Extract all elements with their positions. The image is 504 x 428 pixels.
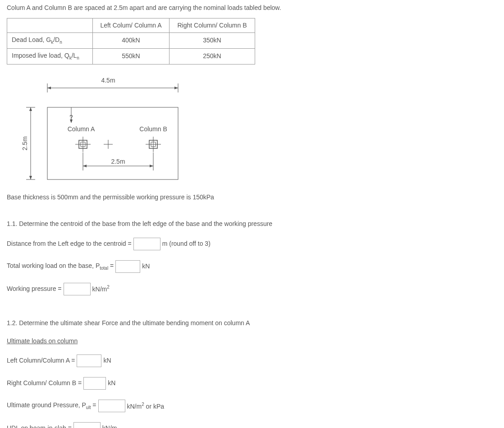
table-row: Dead Load, Gk/Dn 400kN 350kN <box>7 33 255 49</box>
label: Working pressure = <box>7 285 62 294</box>
unit: kN/m2 or kPa <box>127 401 165 411</box>
label: Right Column/ Column B = <box>7 379 82 388</box>
header-right: Right Column/ Column B <box>170 18 255 33</box>
unit: kN <box>142 262 150 271</box>
svg-text:4.5m: 4.5m <box>101 77 115 84</box>
label: Ultimate ground Pressure, Pult = <box>7 401 96 411</box>
cell: 400kN <box>93 33 170 49</box>
unit: kN <box>108 379 115 388</box>
cell: 350kN <box>170 33 255 49</box>
svg-text:2.5m: 2.5m <box>111 158 125 165</box>
svg-text:Column A: Column A <box>68 125 95 133</box>
row-label: Dead Load, Gk/Dn <box>7 33 93 49</box>
question-1-1-title: 1.1. Determine the centroid of the base … <box>7 220 497 229</box>
unit: kN <box>103 356 111 365</box>
row-label: Imposed live load, Qk/Ln <box>7 48 93 64</box>
udl-input[interactable] <box>73 422 101 428</box>
centroid-distance-input[interactable] <box>133 238 160 250</box>
header-left: Left Colum/ Column A <box>93 18 170 33</box>
label: Distance from the Left edge to the centr… <box>7 239 132 249</box>
svg-marker-8 <box>29 176 32 179</box>
table-row: Left Colum/ Column A Right Column/ Colum… <box>7 18 255 33</box>
unit: kN/m <box>102 424 117 428</box>
cell: 550kN <box>93 48 170 64</box>
ultimate-pressure-input[interactable] <box>98 400 125 412</box>
footing-diagram: 4.5m 2.5m ? Column A Column B <box>7 74 187 186</box>
svg-text:Column B: Column B <box>139 125 167 133</box>
svg-text:?: ? <box>69 114 73 121</box>
svg-text:2.5m: 2.5m <box>21 136 28 150</box>
cell: 250kN <box>170 48 255 64</box>
unit: kN/m2 <box>92 284 110 294</box>
ultimate-loads-heading: Ultimate loads on column <box>7 337 497 346</box>
label: UDL on beam-in-slab = <box>7 424 72 428</box>
left-column-load-input[interactable] <box>77 354 101 367</box>
svg-rect-12 <box>47 107 178 179</box>
label: Left Column/Column A = <box>7 356 75 365</box>
svg-marker-2 <box>174 87 178 89</box>
svg-marker-35 <box>83 165 87 167</box>
loads-table: Left Colum/ Column A Right Column/ Colum… <box>7 18 255 64</box>
svg-marker-7 <box>29 107 32 111</box>
intro-text: Colum A and Column B are spaced at 2.5m … <box>7 4 497 13</box>
question-1-2-title: 1.2. Determine the ultimate shear Force … <box>7 319 497 328</box>
unit: m (round off to 3) <box>162 239 211 249</box>
label: Total working load on the base, Ptotal = <box>7 262 114 272</box>
svg-marker-1 <box>47 87 51 89</box>
total-load-input[interactable] <box>115 260 140 273</box>
svg-marker-36 <box>150 165 153 167</box>
table-row: Imposed live load, Qk/Ln 550kN 250kN <box>7 48 255 64</box>
right-column-load-input[interactable] <box>83 377 106 390</box>
base-note: Base thickness is 500mm and the permissi… <box>7 193 497 202</box>
working-pressure-input[interactable] <box>64 283 91 295</box>
